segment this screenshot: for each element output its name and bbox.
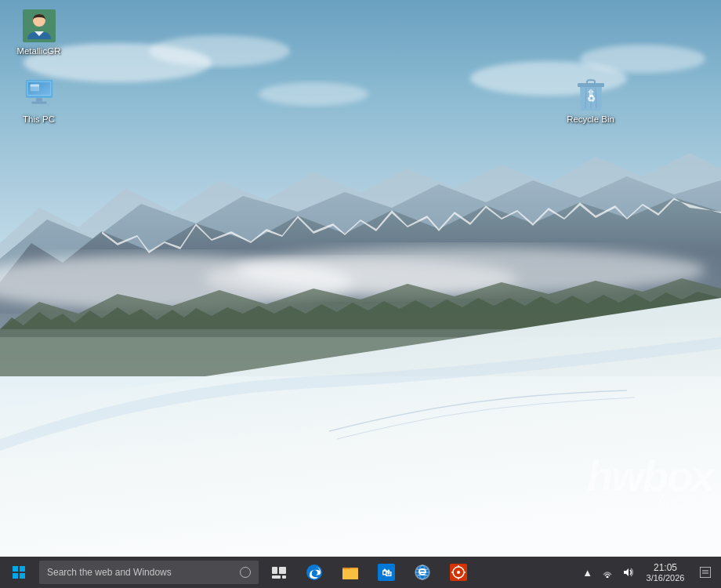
svg-point-40 (607, 576, 609, 579)
desktop-icon-this-pc[interactable]: This PC (9, 74, 68, 129)
svg-rect-25 (279, 567, 286, 574)
desktop-icon-metallic-gr[interactable]: MetallicGR (9, 6, 68, 60)
svg-rect-26 (272, 575, 281, 579)
task-view-button[interactable] (262, 557, 296, 588)
network-icon (602, 567, 613, 578)
svg-rect-15 (36, 98, 42, 102)
file-explorer-icon (342, 564, 359, 581)
notification-icon (700, 567, 711, 578)
svg-rect-24 (272, 567, 277, 574)
svg-point-6 (149, 35, 290, 67)
taskbar-app-ie[interactable] (404, 557, 440, 588)
cortana-icon (240, 567, 251, 578)
store-icon: 🛍 (378, 564, 395, 581)
tray-overflow[interactable]: ▲ (578, 567, 597, 579)
recycle-bin-label: Recycle Bin (567, 114, 614, 125)
clock-area[interactable]: 21:05 3/16/2026 (638, 557, 693, 588)
windows-logo-icon (13, 566, 25, 579)
taskbar-app-media[interactable] (440, 557, 476, 588)
this-pc-icon (23, 78, 56, 111)
desktop: MetallicGR (0, 0, 721, 557)
start-button[interactable] (0, 557, 38, 588)
taskbar-app-file-explorer[interactable] (332, 557, 368, 588)
tray-volume[interactable] (618, 567, 638, 578)
taskbar-app-store[interactable]: 🛍 (368, 557, 404, 588)
tray-overflow-icon: ▲ (582, 567, 592, 579)
clock-date: 3/16/2026 (647, 573, 685, 583)
taskbar-pinned-apps: 🛍 (296, 557, 476, 588)
svg-rect-19 (578, 83, 604, 87)
edge-icon (306, 564, 323, 581)
svg-rect-41 (700, 567, 711, 578)
svg-rect-18 (30, 85, 38, 87)
notification-center-button[interactable] (693, 557, 718, 588)
task-view-icon (272, 567, 286, 579)
system-tray: ▲ 21:05 3/16/2026 (578, 557, 721, 588)
recycle-bin-icon: ♻ (574, 78, 607, 111)
svg-point-39 (457, 571, 460, 574)
user-avatar-icon (23, 9, 56, 42)
ie-icon (414, 564, 431, 581)
clock-time: 21:05 (654, 562, 677, 573)
svg-point-8 (580, 45, 705, 73)
taskbar-app-edge[interactable] (296, 557, 332, 588)
svg-text:🛍: 🛍 (382, 567, 392, 579)
taskbar: Search the web and Windows (0, 557, 721, 588)
this-pc-label: This PC (23, 114, 55, 125)
metallic-gr-label: MetallicGR (16, 45, 60, 57)
svg-rect-27 (282, 575, 286, 579)
volume-icon (622, 567, 633, 578)
media-icon (450, 564, 467, 581)
search-bar[interactable]: Search the web and Windows (39, 561, 259, 584)
desktop-icon-recycle-bin[interactable]: ♻ Recycle Bin (561, 74, 620, 129)
svg-text:♻: ♻ (586, 93, 595, 104)
svg-point-9 (259, 82, 368, 106)
search-placeholder-text: Search the web and Windows (47, 567, 240, 578)
tray-network[interactable] (597, 567, 618, 578)
svg-rect-16 (31, 102, 46, 104)
svg-rect-30 (342, 569, 358, 579)
